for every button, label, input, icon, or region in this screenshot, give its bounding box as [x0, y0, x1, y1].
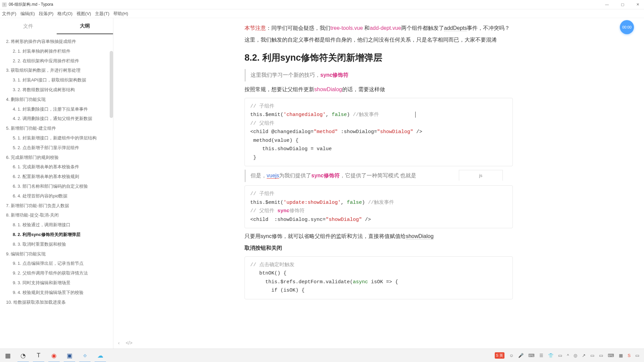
outline-item[interactable]: 6. 完成新增部门的规则校验: [0, 153, 113, 163]
tray-icon[interactable]: 👕: [548, 353, 553, 358]
tab-files[interactable]: 文件: [0, 18, 57, 34]
outline-item[interactable]: 3. 2. 将数组数据转化成树形结构: [0, 85, 113, 95]
outline-item[interactable]: 4. 删除部门功能实现: [0, 95, 113, 105]
outline-item[interactable]: 4. 2. 调用删除接口，通知父组件更新数据: [0, 114, 113, 124]
tray-icon[interactable]: ▭: [599, 353, 603, 358]
close-button[interactable]: ✕: [634, 1, 642, 8]
outline-item[interactable]: 9. 3. 同时支持编辑和新增场景: [0, 278, 113, 288]
section-heading: 8.2. 利用sync修饰符关闭新增弹层: [245, 50, 513, 66]
sub-heading: 取消按钮和关闭: [245, 243, 513, 253]
outline-item[interactable]: 3. 1. 封装API接口，获取组织架构数据: [0, 75, 113, 85]
tray-icon[interactable]: ⌨: [528, 353, 535, 358]
outline-item[interactable]: 8. 2. 利用sync修饰符关闭新增弹层: [0, 230, 113, 240]
menu-bar: 文件(F) 编辑(E) 段落(P) 格式(O) 视图(V) 主题(T) 帮助(H…: [0, 9, 644, 18]
bottom-nav: ‹ </>: [113, 337, 644, 349]
minimize-button[interactable]: —: [602, 1, 611, 8]
system-tray: S 英 ☺ 🎤 ⌨ ☰ 👕 ▭ ^ ◎ ↗ ▭ ▭ ⌨ ▦ S ▭: [495, 352, 644, 359]
text-cursor: [415, 112, 416, 118]
window-title: 06-组织架构.md - Typora: [9, 2, 53, 7]
outline-item[interactable]: 8. 新增功能-提交-取消-关闭: [0, 210, 113, 220]
sidebar: 文件 大纲 2. 将树形的操作内容单独抽提成组件2. 1. 封装单独的树操作栏组…: [0, 18, 113, 349]
menu-format[interactable]: 格式(O): [57, 11, 72, 17]
menu-paragraph[interactable]: 段落(P): [39, 11, 53, 17]
task-typora[interactable]: T: [31, 349, 46, 362]
outline-item[interactable]: 9. 2. 父组件调用子组件的获取详情方法: [0, 268, 113, 278]
tray-up[interactable]: ^: [567, 353, 569, 358]
tab-outline[interactable]: 大纲: [57, 18, 113, 34]
link-adddepts[interactable]: addDepts: [444, 25, 467, 31]
tray-icon[interactable]: S: [628, 353, 631, 358]
outline-item[interactable]: 4. 1. 封装删除接口，注册下拉菜单事件: [0, 105, 113, 114]
code-ref: add-dept.vue: [370, 25, 401, 31]
outline-item[interactable]: 8. 1. 校验通过，调用新增接口: [0, 220, 113, 230]
tray-icon[interactable]: ▦: [619, 353, 623, 358]
taskbar: ▦ ◔ T ◉ ▣ ⟐ ☁ S 英 ☺ 🎤 ⌨ ☰ 👕 ▭ ^ ◎ ↗ ▭ ▭ …: [0, 349, 644, 362]
code-block-1[interactable]: // 子组件 this.$emit('changedialog', false)…: [245, 98, 513, 167]
maximize-button[interactable]: ▢: [618, 1, 627, 8]
outline-item[interactable]: 5. 1. 封装新增接口，新建组件中的弹层结构: [0, 133, 113, 143]
code-lang-label: js: [459, 170, 503, 181]
nav-source[interactable]: </>: [126, 340, 132, 346]
tray-icon[interactable]: ☺: [509, 353, 514, 358]
scrollbar-thumb[interactable]: [110, 51, 113, 118]
menu-file[interactable]: 文件(F): [2, 11, 16, 17]
code-block-3[interactable]: // 点击确定时触发 btnOK() { this.$refs.deptForm…: [245, 256, 513, 299]
outline-item[interactable]: 9. 4. 校验规则支持编辑场景下的校验: [0, 288, 113, 298]
outline-item[interactable]: 6. 1. 完成新增表单的基本校验条件: [0, 162, 113, 172]
tray-notifications[interactable]: ▭: [635, 353, 639, 358]
note-label: 本节注意: [245, 25, 266, 31]
outline-item[interactable]: 6. 2. 配置新增表单的基本校验规则: [0, 172, 113, 182]
link-showdialog[interactable]: showDialog: [406, 233, 434, 239]
link-vuejs[interactable]: vuejs: [267, 173, 279, 179]
app-icon: T: [2, 2, 7, 7]
menu-help[interactable]: 帮助(H): [113, 11, 128, 17]
menu-edit[interactable]: 编辑(E): [20, 11, 35, 17]
outline-item[interactable]: 5. 2. 点击新增子部门显示弹层组件: [0, 143, 113, 153]
ime-indicator[interactable]: S 英: [495, 352, 504, 359]
tray-icon[interactable]: ⌨: [608, 353, 614, 358]
task-powershell[interactable]: ▣: [62, 349, 77, 362]
outline-item[interactable]: 6. 3. 部门名称和部门编码的自定义校验: [0, 182, 113, 191]
task-app-6[interactable]: ☁: [93, 349, 108, 362]
code-ref: tree-tools.vue: [330, 25, 363, 31]
outline-list[interactable]: 2. 将树形的操作内容单独抽提成组件2. 1. 封装单独的树操作栏组件2. 2.…: [0, 34, 113, 349]
menu-view[interactable]: 视图(V): [76, 11, 91, 17]
outline-item[interactable]: 6. 4. 处理首部内容的pid数据: [0, 191, 113, 201]
outline-item[interactable]: 7. 新增部门功能-部门负责人数据: [0, 201, 113, 211]
tray-icon[interactable]: ↗: [582, 353, 586, 358]
outline-item[interactable]: 2. 1. 封装单独的树操作栏组件: [0, 47, 113, 56]
start-button[interactable]: ▦: [0, 349, 15, 362]
paragraph: 这里，我们触发的自定义事件都是组件自身的，他们之间没有任何关系，只是名字相同而已…: [245, 35, 513, 45]
outline-item[interactable]: 5. 新增部门功能-建立组件: [0, 124, 113, 133]
menu-theme[interactable]: 主题(T): [95, 11, 109, 17]
nav-back[interactable]: ‹: [118, 340, 120, 346]
timer-badge[interactable]: 00:00: [620, 20, 634, 34]
tray-icon[interactable]: ☰: [539, 353, 543, 358]
tray-icon[interactable]: ▭: [590, 353, 594, 358]
editor-content[interactable]: 00:00 本节注意：同学们可能会疑惑，我们tree-tools.vue 和ad…: [113, 18, 644, 349]
outline-item[interactable]: 9. 1. 点击编辑弹出层，记录当前节点: [0, 259, 113, 268]
task-app-1[interactable]: ◔: [15, 349, 31, 362]
tray-icon[interactable]: ▭: [558, 353, 562, 358]
outline-item[interactable]: 10. 给数据获取添加加载进度条: [0, 298, 113, 307]
tray-icon[interactable]: ◎: [574, 353, 577, 358]
outline-item[interactable]: 3. 获取组织架构数据，并进行树形处理: [0, 66, 113, 75]
outline-item[interactable]: 9. 编辑部门功能实现: [0, 249, 113, 259]
task-chrome[interactable]: ◉: [46, 349, 62, 362]
code-block-2[interactable]: // 子组件 this.$emit('update:showDialog', f…: [245, 185, 513, 228]
blockquote: 这里我们学习一个新的技巧，sync修饰符: [245, 69, 513, 81]
tray-icon[interactable]: 🎤: [518, 353, 524, 358]
outline-item[interactable]: 8. 3. 取消时重置数据和校验: [0, 240, 113, 249]
outline-item[interactable]: 2. 将树形的操作内容单独抽提成组件: [0, 37, 113, 47]
outline-item[interactable]: 2. 2. 在组织架构中应用操作栏组件: [0, 56, 113, 66]
task-vscode[interactable]: ⟐: [77, 349, 93, 362]
